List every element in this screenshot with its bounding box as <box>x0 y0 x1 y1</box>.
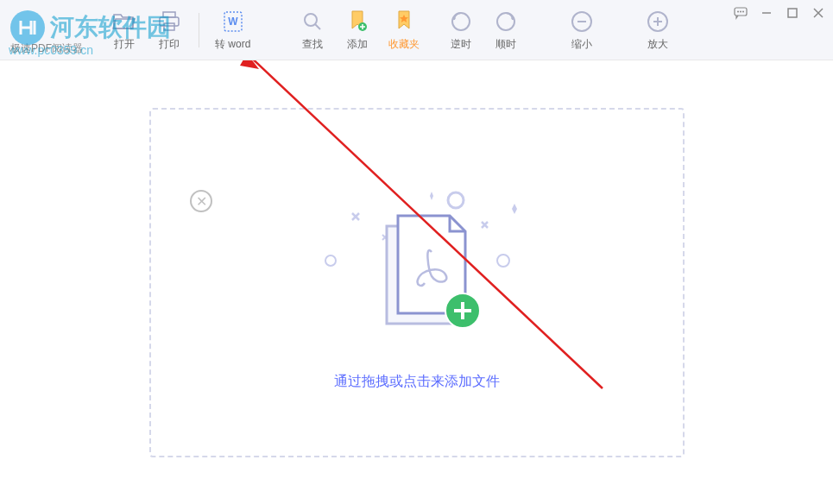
svg-marker-32 <box>240 60 259 69</box>
svg-text:W: W <box>228 16 238 28</box>
favorites-label: 收藏夹 <box>388 37 420 52</box>
svg-point-17 <box>737 11 739 13</box>
feedback-icon[interactable] <box>733 5 748 21</box>
window-controls <box>733 5 826 21</box>
folder-open-icon <box>110 8 138 35</box>
print-label: 打印 <box>159 37 180 52</box>
app-title: 极速PDF阅读器 <box>10 41 83 56</box>
zoom-out-button[interactable]: 缩小 <box>559 4 604 55</box>
rotate-ccw-icon <box>447 8 475 35</box>
toolbar: 极速PDF阅读器 打开 打印 W 转 word 查找 添加 <box>0 0 833 60</box>
add-button[interactable]: 添加 <box>335 4 380 55</box>
close-button[interactable] <box>811 5 826 21</box>
zoom-in-label: 放大 <box>647 37 668 52</box>
svg-rect-2 <box>160 17 179 26</box>
find-label: 查找 <box>302 37 323 52</box>
divider <box>199 13 199 47</box>
svg-rect-1 <box>163 12 175 17</box>
rotate-ccw-label: 逆时 <box>451 37 471 52</box>
svg-point-6 <box>305 14 317 26</box>
open-label: 打开 <box>114 37 135 52</box>
print-button[interactable]: 打印 <box>147 4 192 55</box>
to-word-button[interactable]: W 转 word <box>206 4 259 55</box>
rotate-ccw-button[interactable]: 逆时 <box>439 4 483 55</box>
star-icon <box>390 8 418 35</box>
drop-prompt: 通过拖拽或点击来添加文件 <box>334 373 500 391</box>
rotate-cw-button[interactable]: 顺时 <box>483 4 528 55</box>
zoom-out-label: 缩小 <box>571 37 592 52</box>
printer-icon <box>155 8 183 35</box>
svg-point-19 <box>742 11 744 13</box>
open-button[interactable]: 打开 <box>102 4 147 55</box>
svg-rect-3 <box>164 23 174 30</box>
search-icon <box>299 8 326 35</box>
find-button[interactable]: 查找 <box>290 4 335 55</box>
bookmark-add-icon <box>344 8 371 35</box>
favorites-button[interactable]: 收藏夹 <box>380 4 428 55</box>
svg-line-7 <box>315 24 320 29</box>
svg-point-26 <box>497 255 509 267</box>
minus-circle-icon <box>568 8 596 35</box>
word-icon: W <box>219 8 247 35</box>
svg-point-25 <box>448 192 464 208</box>
drop-illustration <box>305 174 529 347</box>
add-label: 添加 <box>347 37 368 52</box>
zoom-in-button[interactable]: 放大 <box>635 4 680 55</box>
rotate-cw-label: 顺时 <box>495 37 516 52</box>
minimize-button[interactable] <box>759 5 774 21</box>
svg-rect-21 <box>788 9 797 17</box>
main-area: 通过拖拽或点击来添加文件 <box>0 60 833 504</box>
svg-point-18 <box>740 11 741 13</box>
maximize-button[interactable] <box>785 5 800 21</box>
rotate-cw-icon <box>492 8 520 35</box>
plus-circle-icon <box>644 8 672 35</box>
svg-point-24 <box>325 255 336 266</box>
to-word-label: 转 word <box>215 37 250 52</box>
drop-zone[interactable]: 通过拖拽或点击来添加文件 <box>149 108 685 457</box>
